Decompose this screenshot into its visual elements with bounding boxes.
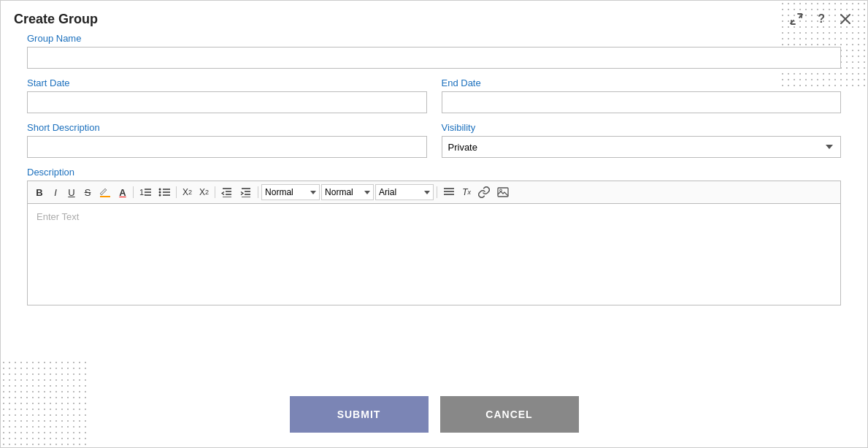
help-button[interactable]: ?	[815, 11, 828, 27]
underline-button[interactable]: U	[64, 186, 79, 200]
start-date-label: Start Date	[27, 77, 427, 88]
dialog-footer: SUBMIT CANCEL	[1, 381, 867, 447]
description-section: Description B I U S A	[27, 167, 841, 305]
unordered-list-button[interactable]	[155, 186, 173, 199]
header-icons: ?	[787, 11, 854, 27]
toolbar-sep-4	[258, 186, 258, 198]
font-family-select[interactable]: Arial Times New Roman Courier New Verdan…	[375, 184, 434, 200]
end-date-label: End Date	[442, 77, 842, 88]
visibility-select[interactable]: Private Public Members Only	[442, 136, 842, 158]
rich-text-toolbar: B I U S A 1.	[27, 181, 841, 203]
indent-increase-button[interactable]	[237, 186, 255, 199]
highlight-button[interactable]	[96, 185, 114, 200]
create-group-dialog: Create Group ? Group Name	[0, 0, 868, 448]
close-button[interactable]	[837, 12, 854, 26]
indent-decrease-button[interactable]	[218, 186, 236, 199]
ordered-list-button[interactable]: 1.	[137, 186, 154, 199]
short-description-label: Short Description	[27, 122, 427, 133]
description-placeholder: Enter Text	[37, 211, 79, 222]
toolbar-sep-5	[437, 186, 437, 198]
cancel-button[interactable]: CANCEL	[440, 396, 579, 433]
strikethrough-button[interactable]: S	[80, 186, 95, 200]
dialog-header: Create Group ?	[1, 1, 867, 33]
help-icon: ?	[818, 12, 825, 26]
short-description-input[interactable]	[27, 136, 427, 158]
dialog-title: Create Group	[14, 12, 98, 27]
group-name-input[interactable]	[27, 47, 841, 69]
end-date-input[interactable]	[442, 91, 842, 113]
description-label: Description	[27, 167, 841, 178]
heading-select[interactable]: Normal Heading 1 Heading 2 Heading 3	[261, 184, 320, 200]
short-description-col: Short Description	[27, 122, 427, 158]
svg-point-5	[159, 189, 161, 191]
superscript-button[interactable]: X2	[196, 186, 212, 199]
font-size-select[interactable]: Normal Small Large Huge	[321, 184, 374, 200]
italic-button[interactable]: I	[48, 186, 63, 200]
shortdesc-visibility-row: Short Description Visibility Private Pub…	[27, 122, 841, 158]
toolbar-sep-2	[176, 186, 177, 198]
toolbar-sep-3	[215, 186, 215, 198]
clear-format-button[interactable]: Tx	[459, 186, 474, 199]
submit-button[interactable]: SUBMIT	[290, 396, 429, 433]
group-name-label: Group Name	[27, 33, 841, 44]
start-date-input[interactable]	[27, 91, 427, 113]
dialog-body: Group Name Start Date End Date Short Des…	[1, 33, 867, 381]
toolbar-sep-1	[133, 186, 134, 198]
align-button[interactable]	[440, 186, 458, 199]
svg-rect-22	[498, 188, 508, 197]
description-input[interactable]: Enter Text	[27, 203, 841, 305]
insert-link-button[interactable]	[475, 185, 493, 200]
svg-point-6	[159, 191, 161, 194]
start-date-col: Start Date	[27, 77, 427, 113]
date-row: Start Date End Date	[27, 77, 841, 113]
end-date-col: End Date	[442, 77, 842, 113]
insert-image-button[interactable]	[494, 186, 512, 199]
visibility-label: Visibility	[442, 122, 842, 133]
subscript-button[interactable]: X2	[180, 186, 195, 199]
bold-button[interactable]: B	[32, 186, 47, 200]
svg-point-7	[159, 194, 161, 197]
font-color-button[interactable]: A	[115, 186, 130, 200]
visibility-col: Visibility Private Public Members Only	[442, 122, 842, 158]
group-name-row: Group Name	[27, 33, 841, 69]
expand-button[interactable]	[787, 11, 806, 27]
